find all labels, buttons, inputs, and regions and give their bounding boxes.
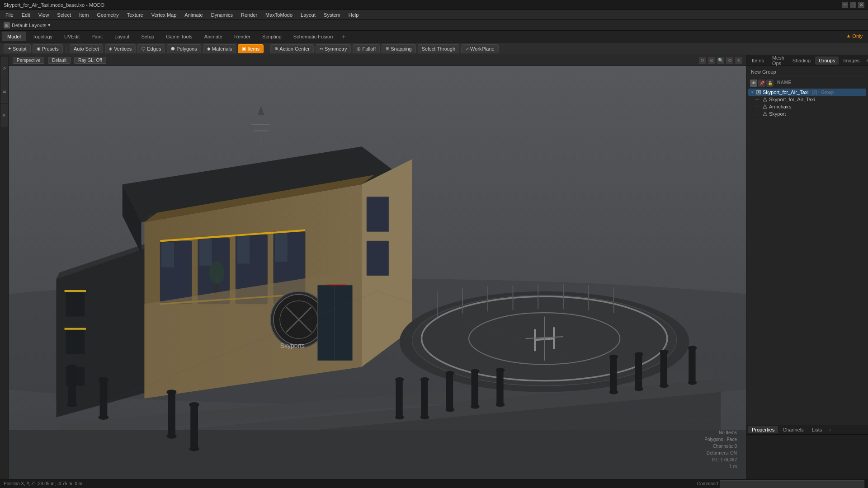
add-tab-button[interactable]: + [339,33,348,40]
tab-animate[interactable]: Animate [199,32,228,41]
tab-topology[interactable]: Topology [27,32,58,41]
group-child-1[interactable]: — Skyport_for_Air_Taxi [748,96,866,103]
group-root-item[interactable]: ▼ Skyport_for_Air_Taxi (2) - Group [748,89,866,96]
menu-item-system[interactable]: System [320,11,344,19]
materials-button[interactable]: ◆ Materials [203,44,236,53]
tab-render[interactable]: Render [229,32,256,41]
menu-bar: FileEditViewSelectItemGeometryTextureVer… [0,10,868,20]
menu-item-layout[interactable]: Layout [297,11,319,19]
select-through-button[interactable]: Select Through [418,44,459,53]
group-child-3[interactable]: — Skyport [748,110,866,117]
edges-button[interactable]: ⬡ Edges [137,44,165,53]
auto-select-label: Auto Select [74,46,99,52]
auto-select-button[interactable]: Auto Select [70,44,103,53]
group-child-2[interactable]: — Armchairs [748,103,866,110]
menu-item-help[interactable]: Help [345,11,363,19]
props-tab-lists[interactable]: Lists [808,426,826,433]
svg-rect-14 [9,430,746,479]
sidebar-polys[interactable]: P [1,104,8,127]
tab-uvedit[interactable]: UVEdit [59,32,85,41]
groups-icon-lock[interactable]: 🔒 [766,80,774,87]
rp-tab-mesh-ops[interactable]: Mesh Ops [769,54,788,67]
menu-item-item[interactable]: Item [75,11,92,19]
svg-point-103 [609,355,618,359]
sidebar-edges[interactable]: E [1,80,8,103]
menu-item-render[interactable]: Render [237,11,261,19]
rp-add-button[interactable]: + [864,57,868,64]
menu-item-edit[interactable]: Edit [18,11,34,19]
menu-item-maxtomodo[interactable]: MaxToModo [262,11,296,19]
svg-point-76 [189,402,199,407]
polygons-label: Polygons [176,46,197,52]
svg-marker-127 [763,112,767,116]
minimize-button[interactable]: ─ [842,2,848,8]
snapping-button[interactable]: ⊞ Snapping [382,44,416,53]
bottom-panel: PropertiesChannelsLists+ [746,425,868,479]
unit-label: 1 m [704,463,737,470]
default-button[interactable]: Default [48,57,71,64]
layout-dropdown[interactable]: Default Layouts ▾ [12,22,51,28]
tab-setup[interactable]: Setup [136,32,160,41]
svg-rect-124 [758,91,760,93]
menu-item-animate[interactable]: Animate [181,11,206,19]
tab-game-tools[interactable]: Game Tools [160,32,198,41]
items-button[interactable]: ▣ Items [238,44,264,53]
falloff-button[interactable]: ◎ Falloff [353,44,380,53]
viewport-icon-1[interactable]: ⟳ [699,57,706,64]
rp-tab-images[interactable]: Images [840,56,863,65]
tab-scripting[interactable]: Scripting [257,32,287,41]
workplane-button[interactable]: ⊿ WorkPlane [461,44,499,53]
action-center-button[interactable]: ⊕ Action Center [270,44,314,53]
svg-point-97 [471,369,480,374]
groups-icon-eye[interactable]: 👁 [750,80,757,87]
svg-point-70 [99,377,108,382]
viewport-canvas[interactable]: Skyports [9,66,746,479]
rp-tab-groups[interactable]: Groups [815,56,839,65]
viewport-icon-3[interactable]: 🔍 [717,57,724,64]
layout-icon: ⊞ [4,22,10,28]
menu-item-geometry[interactable]: Geometry [93,11,122,19]
tab-layout[interactable]: Layout [109,32,135,41]
new-group-button[interactable]: New Group [748,68,866,76]
menu-item-texture[interactable]: Texture [123,11,147,19]
viewport-icons: ⟳ ⊙ 🔍 ⚙ ≡ [699,57,742,64]
groups-icon-pin[interactable]: 📌 [758,80,765,87]
viewport-icon-4[interactable]: ⚙ [726,57,733,64]
falloff-label: Falloff [362,46,376,52]
props-tab-channels[interactable]: Channels [779,426,807,433]
viewport-icon-5[interactable]: ≡ [735,57,742,64]
props-add-button[interactable]: + [828,427,832,433]
command-input[interactable] [720,480,864,488]
svg-rect-93 [446,373,453,410]
menu-item-file[interactable]: File [2,11,17,19]
only-button[interactable]: ★ Only [843,32,866,41]
items-icon: ▣ [242,46,246,51]
svg-point-85 [634,352,643,357]
rp-tab-shading[interactable]: Shading [789,56,814,65]
vertices-button[interactable]: ◈ Vertices [105,44,136,53]
menu-item-select[interactable]: Select [53,11,75,19]
props-tab-properties[interactable]: Properties [748,426,778,433]
menu-item-vertex map[interactable]: Vertex Map [148,11,180,19]
sculpt-button[interactable]: ✦ Sculpt [4,44,31,53]
svg-rect-87 [689,348,695,383]
perspective-button[interactable]: Perspective [13,57,44,64]
rp-tab-items[interactable]: Items [748,56,768,65]
viewport-icon-2[interactable]: ⊙ [708,57,715,64]
symmetry-button[interactable]: ⇔ Symmetry [316,44,351,53]
polygons-button[interactable]: ⬟ Polygons [167,44,201,53]
presets-button[interactable]: ◉ Presets [33,44,63,53]
svg-rect-18 [66,329,85,354]
action-center-label: Action Center [279,46,310,52]
viewport-container: Perspective Default Ray GL: Off ⟳ ⊙ 🔍 ⚙ … [9,55,746,479]
ray-gl-button[interactable]: Ray GL: Off [74,57,106,64]
sidebar-verts[interactable]: V [1,57,8,80]
tab-paint[interactable]: Paint [86,32,108,41]
close-button[interactable]: ✕ [858,2,864,8]
menu-item-view[interactable]: View [35,11,53,19]
tab-model[interactable]: Model [2,32,26,41]
maximize-button[interactable]: □ [850,2,856,8]
child-icon-1 [762,97,768,102]
tab-schematic-fusion[interactable]: Schematic Fusion [288,32,338,41]
menu-item-dynamics[interactable]: Dynamics [208,11,236,19]
